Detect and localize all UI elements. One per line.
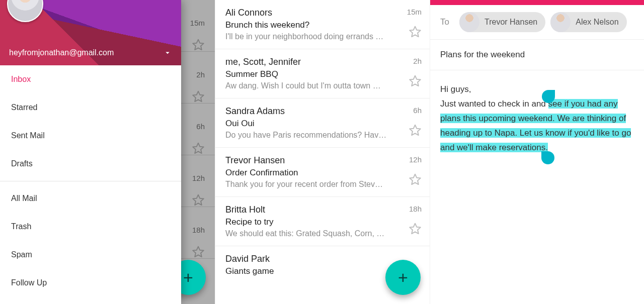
mail-sender: Trevor Hansen	[225, 155, 403, 166]
recipient-chip[interactable]: Trevor Hansen	[459, 12, 545, 32]
recipient-name: Alex Nelson	[576, 18, 618, 27]
drawer-item-label: Spam	[11, 250, 32, 259]
compose-subject-text: Plans for the weekend	[440, 50, 525, 59]
compose-fab[interactable]: +	[385, 260, 421, 295]
account-email: heyfromjonathan@gmail.com	[9, 48, 163, 57]
screen-drawer: 15m 2h 6h 12h 18h + heyfromjonathan@gmai…	[0, 0, 215, 304]
selection-handle-end[interactable]	[541, 151, 554, 164]
mail-time: 12h	[409, 155, 422, 164]
mail-item[interactable]: me, Scott, Jennifer Summer BBQ Aw dang. …	[215, 49, 430, 98]
mail-subject: Order Confirmation	[225, 168, 403, 178]
mail-sender: me, Scott, Jennifer	[225, 57, 403, 67]
mail-time: 2h	[413, 57, 422, 65]
nav-drawer: heyfromjonathan@gmail.com Inbox Starred …	[0, 0, 181, 304]
star-icon[interactable]	[409, 74, 422, 87]
drawer-item-trash[interactable]: Trash	[0, 213, 181, 241]
mail-subject: Brunch this weekend?	[225, 20, 401, 30]
drawer-item-inbox[interactable]: Inbox	[0, 65, 181, 93]
selection-handle-start[interactable]	[542, 90, 555, 103]
drawer-item-label: Follow Up	[11, 278, 47, 287]
screen-compose: To Trevor Hansen Alex Nelson Plans for t…	[430, 0, 644, 304]
drawer-item-spam[interactable]: Spam	[0, 241, 181, 269]
compose-subject-field[interactable]: Plans for the weekend	[430, 40, 644, 70]
mail-preview: Do you have Paris recommendations? Hav…	[225, 131, 403, 140]
mail-item[interactable]: Sandra Adams Oui Oui Do you have Paris r…	[215, 98, 430, 148]
mail-preview: Aw dang. Wish I could but I'm outta town…	[225, 81, 403, 90]
mail-subject: Recipe to try	[225, 217, 403, 227]
divider	[0, 181, 181, 181]
drawer-item-label: Starred	[11, 103, 37, 112]
star-icon[interactable]	[409, 222, 422, 235]
appbar	[430, 0, 644, 5]
to-label: To	[440, 17, 449, 27]
drawer-item-label: Drafts	[11, 159, 33, 168]
mail-preview: We should eat this: Grated Squash, Corn,…	[225, 229, 403, 238]
mail-subject: Oui Oui	[225, 119, 403, 129]
drawer-item-allmail[interactable]: All Mail	[0, 184, 181, 213]
drawer-item-label: Inbox	[11, 75, 31, 84]
compose-to-row[interactable]: To Trevor Hansen Alex Nelson	[430, 5, 644, 40]
mail-time: 15m	[407, 8, 422, 16]
star-icon[interactable]	[409, 124, 422, 137]
mail-item[interactable]: Trevor Hansen Order Confirmation Thank y…	[215, 148, 430, 197]
star-icon[interactable]	[409, 25, 422, 38]
recipient-name: Trevor Hansen	[485, 18, 537, 27]
inbox-list[interactable]: Ali Connors Brunch this weekend? I'll be…	[215, 0, 430, 284]
star-icon[interactable]	[409, 173, 422, 186]
mail-sender: Britta Holt	[225, 205, 403, 215]
mail-time: 6h	[413, 106, 422, 115]
mail-time: 18h	[409, 205, 422, 213]
mail-sender: Sandra Adams	[225, 106, 403, 117]
drawer-item-label: Sent Mail	[11, 131, 45, 140]
compose-body-field[interactable]: Hi guys,Just wanted to check in and see …	[430, 70, 644, 167]
avatar	[550, 12, 571, 32]
recipient-chip[interactable]: Alex Nelson	[550, 12, 626, 32]
mail-preview: Thank you for your recent order from Ste…	[225, 180, 403, 189]
mail-sender: Ali Connors	[225, 8, 401, 18]
avatar	[7, 0, 43, 22]
drawer-list: Inbox Starred Sent Mail Drafts All Mail …	[0, 65, 181, 304]
screen-inbox: Ali Connors Brunch this weekend? I'll be…	[215, 0, 430, 304]
drawer-item-sent[interactable]: Sent Mail	[0, 122, 181, 150]
drawer-item-label: Trash	[11, 222, 31, 231]
plus-icon: +	[398, 268, 408, 287]
mail-subject: Summer BBQ	[225, 69, 403, 79]
avatar	[459, 12, 479, 32]
drawer-item-starred[interactable]: Starred	[0, 93, 181, 122]
drawer-item-drafts[interactable]: Drafts	[0, 150, 181, 178]
drawer-header[interactable]: heyfromjonathan@gmail.com	[0, 0, 181, 65]
drawer-item-followup[interactable]: Follow Up	[0, 269, 181, 297]
drawer-item-label: All Mail	[11, 194, 37, 203]
mail-item[interactable]: Ali Connors Brunch this weekend? I'll be…	[215, 0, 430, 49]
plus-icon: +	[183, 268, 193, 287]
mail-preview: I'll be in your neighborhood doing erran…	[225, 32, 401, 41]
mail-item[interactable]: Britta Holt Recipe to try We should eat …	[215, 197, 430, 246]
chevron-down-icon	[163, 48, 172, 57]
compose-body-pre: Hi guys,Just wanted to check in and	[440, 84, 548, 109]
